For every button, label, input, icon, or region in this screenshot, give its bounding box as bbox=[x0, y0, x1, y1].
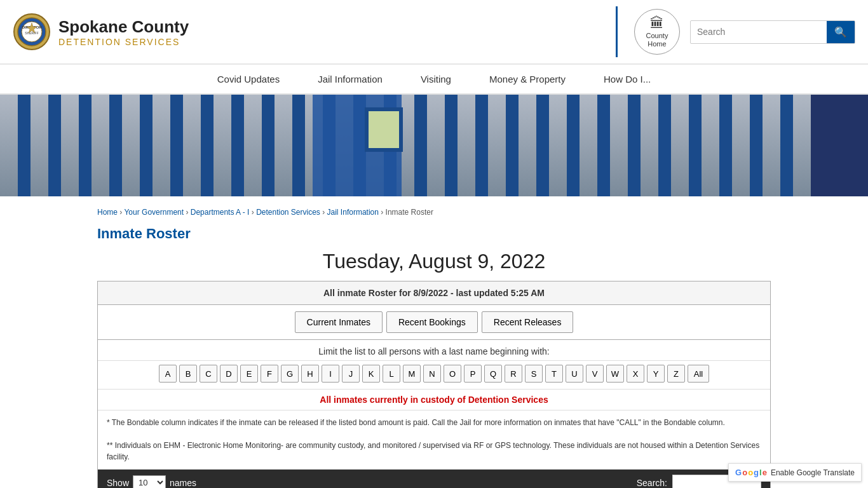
letter-btn-v[interactable]: V bbox=[586, 365, 604, 383]
header-right: 🏛 CountyHome 🔍 bbox=[616, 6, 855, 57]
g-yellow: o bbox=[748, 468, 753, 477]
site-subtitle: Detention Services bbox=[58, 37, 189, 47]
logo-area: DIRECTOR SHERIFF Spokane County Detentio… bbox=[13, 13, 189, 51]
hero-background bbox=[0, 95, 868, 196]
names-label: names bbox=[170, 478, 196, 488]
page-title: Inmate Roster bbox=[97, 226, 771, 242]
google-icon: Google bbox=[735, 468, 767, 477]
letter-btn-x[interactable]: X bbox=[627, 365, 644, 383]
nav-jail-information[interactable]: Jail Information bbox=[318, 74, 383, 85]
building-icon: 🏛 bbox=[650, 15, 664, 32]
letter-btn-d[interactable]: D bbox=[220, 365, 238, 383]
bondable-note-1: * The Bondable column indicates if the i… bbox=[107, 418, 725, 427]
g-green: l bbox=[759, 468, 762, 477]
show-row: Show 10 25 50 100 names Search: bbox=[98, 470, 770, 488]
search-button[interactable]: 🔍 bbox=[827, 21, 855, 43]
roster-buttons-row: Current Inmates Recent Bookings Recent R… bbox=[98, 305, 770, 340]
breadcrumb-jail-information[interactable]: Jail Information bbox=[327, 208, 379, 217]
letter-btn-t[interactable]: T bbox=[545, 365, 563, 383]
letter-btn-r[interactable]: R bbox=[505, 365, 522, 383]
county-home-label: CountyHome bbox=[646, 32, 668, 48]
letter-btn-q[interactable]: Q bbox=[484, 365, 502, 383]
site-name: Spokane County bbox=[58, 17, 189, 37]
filter-row: Limit the list to all persons with a las… bbox=[98, 340, 770, 361]
translate-label: Enable Google Translate bbox=[771, 468, 855, 477]
letter-btn-y[interactable]: Y bbox=[647, 365, 665, 383]
header-divider bbox=[616, 6, 618, 57]
letter-btn-g[interactable]: G bbox=[281, 365, 299, 383]
letter-btn-h[interactable]: H bbox=[301, 365, 319, 383]
letter-btn-j[interactable]: J bbox=[342, 365, 360, 383]
badge-icon: DIRECTOR SHERIFF bbox=[13, 13, 51, 51]
county-home-button[interactable]: 🏛 CountyHome bbox=[634, 9, 680, 55]
nav-money-property[interactable]: Money & Property bbox=[489, 74, 566, 85]
letter-btn-m[interactable]: M bbox=[403, 365, 421, 383]
show-select[interactable]: 10 25 50 100 bbox=[133, 475, 166, 488]
g-red2: e bbox=[763, 468, 767, 477]
letter-btn-w[interactable]: W bbox=[606, 365, 624, 383]
letter-btn-a[interactable]: A bbox=[159, 365, 177, 383]
g-blue2: g bbox=[754, 468, 759, 477]
breadcrumb-detention-services[interactable]: Detention Services bbox=[256, 208, 320, 217]
letter-btn-z[interactable]: Z bbox=[667, 365, 685, 383]
g-red: o bbox=[742, 468, 747, 477]
letter-btn-p[interactable]: P bbox=[464, 365, 482, 383]
roster-header: All inmate Roster for 8/9/2022 - last up… bbox=[98, 281, 770, 305]
hero-visual bbox=[0, 95, 868, 196]
main-content: Home › Your Government › Departments A -… bbox=[85, 196, 783, 488]
letter-row: ABCDEFGHIJKLMNOPQRSTUVWXYZAll bbox=[98, 361, 770, 390]
recent-bookings-button[interactable]: Recent Bookings bbox=[386, 311, 478, 333]
date-heading: Tuesday, August 9, 2022 bbox=[97, 250, 771, 273]
breadcrumb-home[interactable]: Home bbox=[97, 208, 118, 217]
search-input[interactable] bbox=[691, 22, 827, 42]
breadcrumb-departments[interactable]: Departments A - I bbox=[191, 208, 250, 217]
custody-notice: All inmates currently in custody of Dete… bbox=[98, 390, 770, 410]
hero-right-strip bbox=[811, 95, 868, 196]
bondable-notes: * The Bondable column indicates if the i… bbox=[98, 410, 770, 470]
bondable-note-2: ** Individuals on EHM - Electronic Home … bbox=[107, 441, 759, 461]
svg-text:SHERIFF: SHERIFF bbox=[25, 31, 38, 35]
g-blue: G bbox=[735, 468, 742, 477]
letter-btn-o[interactable]: O bbox=[444, 365, 461, 383]
letter-btn-e[interactable]: E bbox=[240, 365, 258, 383]
letter-btn-i[interactable]: I bbox=[322, 365, 339, 383]
site-header: DIRECTOR SHERIFF Spokane County Detentio… bbox=[0, 0, 868, 64]
letter-btn-k[interactable]: K bbox=[362, 365, 380, 383]
letter-btn-f[interactable]: F bbox=[261, 365, 278, 383]
letter-btn-s[interactable]: S bbox=[525, 365, 543, 383]
letter-btn-all[interactable]: All bbox=[688, 365, 709, 383]
site-title: Spokane County Detention Services bbox=[58, 17, 189, 47]
search-bar: 🔍 bbox=[690, 20, 855, 44]
nav-visiting[interactable]: Visiting bbox=[421, 74, 451, 85]
recent-releases-button[interactable]: Recent Releases bbox=[482, 311, 574, 333]
breadcrumb-inmate-roster: Inmate Roster bbox=[386, 208, 433, 217]
letter-btn-u[interactable]: U bbox=[566, 365, 583, 383]
main-nav: Covid Updates Jail Information Visiting … bbox=[0, 64, 868, 95]
nav-covid-updates[interactable]: Covid Updates bbox=[217, 74, 280, 85]
breadcrumb: Home › Your Government › Departments A -… bbox=[97, 208, 771, 217]
hero-image bbox=[0, 95, 868, 196]
roster-container: All inmate Roster for 8/9/2022 - last up… bbox=[97, 281, 771, 488]
nav-how-do-i[interactable]: How Do I... bbox=[604, 74, 651, 85]
current-inmates-button[interactable]: Current Inmates bbox=[295, 311, 383, 333]
letter-btn-n[interactable]: N bbox=[423, 365, 441, 383]
letter-btn-c[interactable]: C bbox=[200, 365, 217, 383]
breadcrumb-your-government[interactable]: Your Government bbox=[124, 208, 184, 217]
translate-bar[interactable]: Google Enable Google Translate bbox=[728, 463, 862, 482]
show-left: Show 10 25 50 100 names bbox=[107, 475, 196, 488]
letter-btn-b[interactable]: B bbox=[179, 365, 197, 383]
letter-btn-l[interactable]: L bbox=[383, 365, 400, 383]
show-label: Show bbox=[107, 478, 129, 488]
search-label: Search: bbox=[637, 478, 667, 488]
hero-window bbox=[365, 107, 403, 152]
